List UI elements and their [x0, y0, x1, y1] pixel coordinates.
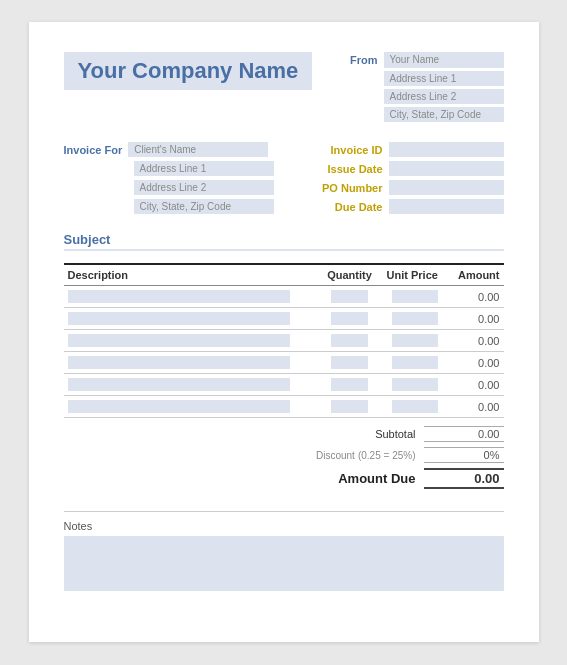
subject-underline [64, 249, 504, 251]
invoice-id-row: Invoice ID [313, 142, 504, 157]
amount-cell-2: 0.00 [442, 330, 504, 352]
qty-cell-4[interactable] [319, 374, 381, 396]
desc-cell-2[interactable] [64, 330, 319, 352]
price-cell-4[interactable] [380, 374, 442, 396]
col-description-header: Description [64, 264, 319, 286]
qty-cell-5[interactable] [319, 396, 381, 418]
invoice-for-block: Invoice For Client's Name Address Line 1… [64, 142, 274, 214]
po-number-field[interactable] [389, 180, 504, 195]
client-name-field[interactable]: Client's Name [128, 142, 268, 157]
qty-cell-1[interactable] [319, 308, 381, 330]
invoice-id-field[interactable] [389, 142, 504, 157]
table-row: 0.00 [64, 374, 504, 396]
due-date-row: Due Date [313, 199, 504, 214]
desc-cell-4[interactable] [64, 374, 319, 396]
desc-cell-0[interactable] [64, 286, 319, 308]
desc-cell-1[interactable] [64, 308, 319, 330]
desc-cell-5[interactable] [64, 396, 319, 418]
col-quantity-header: Quantity [319, 264, 381, 286]
issue-date-field[interactable] [389, 161, 504, 176]
invoice-page: Your Company Name From Your Name Address… [29, 22, 539, 642]
from-city-field[interactable]: City, State, Zip Code [384, 107, 504, 122]
invoice-header: Your Company Name From Your Name Address… [64, 52, 504, 122]
amount-cell-5: 0.00 [442, 396, 504, 418]
invoice-for-row: Invoice For Client's Name [64, 142, 274, 157]
subject-label: Subject [64, 232, 504, 247]
from-row: From Your Name [350, 52, 504, 68]
po-number-row: PO Number [313, 180, 504, 195]
table-row: 0.00 [64, 352, 504, 374]
amount-due-label: Amount Due [286, 471, 416, 486]
client-city-field[interactable]: City, State, Zip Code [134, 199, 274, 214]
desc-cell-3[interactable] [64, 352, 319, 374]
invoice-table: Description Quantity Unit Price Amount 0… [64, 263, 504, 418]
qty-cell-3[interactable] [319, 352, 381, 374]
price-cell-3[interactable] [380, 352, 442, 374]
issue-date-label: Issue Date [313, 163, 383, 175]
price-cell-0[interactable] [380, 286, 442, 308]
col-unit-price-header: Unit Price [380, 264, 442, 286]
discount-value[interactable]: 0% [424, 447, 504, 463]
price-cell-2[interactable] [380, 330, 442, 352]
table-row: 0.00 [64, 308, 504, 330]
due-date-label: Due Date [313, 201, 383, 213]
table-header-row: Description Quantity Unit Price Amount [64, 264, 504, 286]
subtotal-row: Subtotal 0.00 [244, 426, 504, 442]
company-name[interactable]: Your Company Name [64, 52, 313, 90]
amount-cell-0: 0.00 [442, 286, 504, 308]
amount-cell-1: 0.00 [442, 308, 504, 330]
price-cell-5[interactable] [380, 396, 442, 418]
discount-label: Discount (0.25 = 25%) [286, 449, 416, 461]
totals-section: Subtotal 0.00 Discount (0.25 = 25%) 0% A… [64, 426, 504, 489]
table-row: 0.00 [64, 286, 504, 308]
notes-section: Notes [64, 511, 504, 591]
col-amount-header: Amount [442, 264, 504, 286]
billing-meta-section: Invoice For Client's Name Address Line 1… [64, 142, 504, 214]
notes-label: Notes [64, 520, 504, 532]
meta-block: Invoice ID Issue Date PO Number Due Date [313, 142, 504, 214]
table-row: 0.00 [64, 330, 504, 352]
discount-row: Discount (0.25 = 25%) 0% [244, 447, 504, 463]
subtotal-label: Subtotal [286, 428, 416, 440]
client-address2-field[interactable]: Address Line 2 [134, 180, 274, 195]
amount-due-row: Amount Due 0.00 [244, 468, 504, 489]
notes-box[interactable] [64, 536, 504, 591]
client-address1-field[interactable]: Address Line 1 [134, 161, 274, 176]
qty-cell-0[interactable] [319, 286, 381, 308]
invoice-id-label: Invoice ID [313, 144, 383, 156]
from-address2-field[interactable]: Address Line 2 [384, 89, 504, 104]
amount-cell-3: 0.00 [442, 352, 504, 374]
discount-hint: (0.25 = 25%) [358, 450, 416, 461]
invoice-for-label: Invoice For [64, 144, 123, 156]
from-name-field[interactable]: Your Name [384, 52, 504, 68]
table-row: 0.00 [64, 396, 504, 418]
due-date-field[interactable] [389, 199, 504, 214]
issue-date-row: Issue Date [313, 161, 504, 176]
price-cell-1[interactable] [380, 308, 442, 330]
po-number-label: PO Number [313, 182, 383, 194]
subject-section: Subject [64, 232, 504, 251]
qty-cell-2[interactable] [319, 330, 381, 352]
from-label: From [350, 54, 378, 66]
from-address1-field[interactable]: Address Line 1 [384, 71, 504, 86]
amount-due-value: 0.00 [424, 468, 504, 489]
amount-cell-4: 0.00 [442, 374, 504, 396]
from-block: From Your Name Address Line 1 Address Li… [350, 52, 504, 122]
subtotal-value: 0.00 [424, 426, 504, 442]
